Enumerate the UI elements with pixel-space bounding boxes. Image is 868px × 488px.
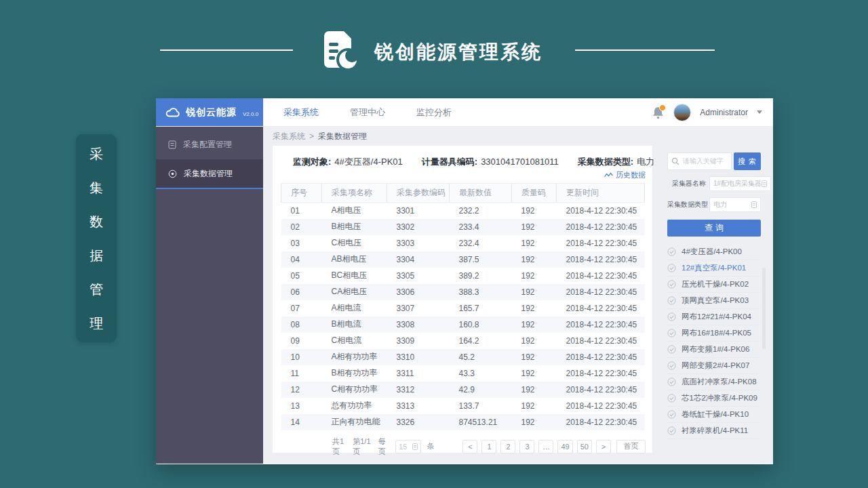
table-cell: 2018-4-12 22:30:45 [557,251,645,268]
document-pen-icon [319,30,359,72]
table-row: 13总有功功率3313133.71922018-4-12 22:30:45 [281,398,645,414]
next-page-button[interactable]: > [596,440,611,453]
table-cell: 12 [281,382,322,398]
breadcrumb: 采集系统 > 采集数据管理 [263,127,773,146]
select-list-icon [762,180,767,187]
table-cell: 192 [512,365,557,382]
chevron-down-icon[interactable] [757,110,762,114]
table-cell: 04 [281,251,322,268]
info-bar-fields: 监测对象:4#变压器/4-PK01计量器具编码:3301041701081011… [273,146,652,169]
filter-select-1[interactable]: 电力 [709,197,761,212]
device-name: 压光机干燥/4-PK02 [682,279,749,289]
device-item-0[interactable]: 4#变压器/4-PK00 [667,244,761,260]
device-name: 芯1芯2冲浆泵/4-PK09 [682,393,757,403]
device-name: 网布变频1#/4-PK06 [682,344,749,354]
table-cell: 02 [281,219,322,235]
current-page-text: 第1/1页 [353,436,372,457]
device-item-8[interactable]: 底面衬冲浆泵/4-PK08 [667,374,761,390]
sidebar-item-1[interactable]: 采集数据管理 [156,159,263,189]
table-cell: 192 [512,382,557,398]
table-cell: 233.4 [450,219,512,235]
page-button-3[interactable]: … [538,440,553,453]
table-cell: 45.2 [450,349,512,365]
avatar[interactable] [673,104,691,121]
search-button[interactable]: 搜 索 [734,152,761,170]
side-tab-char: 理 [90,306,103,340]
device-name: 4#变压器/4-PK00 [682,247,742,257]
device-item-6[interactable]: 网布变频1#/4-PK06 [667,342,761,358]
banner-divider-left [160,49,293,51]
page-button-0[interactable]: 1 [481,440,496,453]
data-icon [168,169,177,178]
table-row: 07A相电流3307165.71922018-4-12 22:30:45 [281,300,645,317]
config-icon [168,140,176,149]
banner-divider-right [575,49,715,51]
column-header: 更新时间 [557,184,645,203]
device-item-1[interactable]: 12#真空泵/4-PK01 [667,260,761,277]
breadcrumb-section[interactable]: 采集系统 [273,131,305,142]
table-cell: 192 [512,203,557,219]
history-data-link[interactable]: 历史数据 [273,169,652,180]
device-item-4[interactable]: 网布12#21#/4-PK04 [667,309,761,325]
sidebar-item-0[interactable]: 采集配置管理 [156,129,263,159]
table-cell: 164.2 [450,333,512,349]
device-item-3[interactable]: 顶网真空泵/4-PK03 [667,293,761,309]
filter-label: 采集器名称 [667,179,709,188]
table-cell: 05 [281,268,322,284]
topbar-nav: 采集系统管理中心监控分析 [263,98,452,126]
select-value: 电力 [713,200,727,209]
device-item-2[interactable]: 压光机干燥/4-PK02 [667,277,761,293]
search-icon [671,157,679,165]
table-cell: 正向有功电能 [322,414,387,430]
table-cell: 232.2 [450,203,512,219]
select-value: 1#配电房采集器 [713,179,762,188]
page-button-2[interactable]: 3 [519,440,534,453]
logo-version: V2.0.0 [243,111,258,117]
nav-item-1[interactable]: 管理中心 [350,106,385,119]
page-button-1[interactable]: 2 [500,440,515,453]
column-header: 质量码 [512,184,557,203]
page-button-5[interactable]: 50 [577,440,592,453]
device-item-5[interactable]: 网布16#18#/4-PK05 [667,325,761,342]
window-scrollbar-thumb[interactable] [762,268,766,349]
table-cell: A相有功功率 [322,349,387,365]
table-cell: 192 [512,235,557,251]
query-button[interactable]: 查询 [667,220,761,237]
info-field-1: 计量器具编码:3301041701081011 [422,156,559,168]
topbar-right: Administrator [652,98,773,126]
total-pages-text: 共1页 [332,436,347,457]
check-circle-icon [667,394,676,403]
info-value: 4#变压器/4-PK01 [334,156,402,168]
table-cell: CA相电压 [322,284,387,300]
table-cell: 160.8 [450,317,512,333]
table-cell: 133.7 [450,398,512,414]
nav-item-0[interactable]: 采集系统 [283,106,319,119]
main-area: 采集系统 > 采集数据管理 监测对象:4#变压器/4-PK01计量器具编码:33… [263,127,773,464]
first-page-button[interactable]: 首页 [616,440,646,453]
table-cell: 2018-4-12 22:30:45 [557,203,645,219]
per-page-input[interactable]: 15 [395,440,421,453]
data-table: 序号采集项名称采集参数编码最新数值质量码更新时间 01A相电压3301232.2… [281,183,644,430]
device-item-10[interactable]: 卷纸缸干燥/4-PK10 [667,407,761,423]
search-input[interactable]: 请输入关键字 [667,152,732,170]
device-item-7[interactable]: 网部变频2#/4-PK07 [667,358,761,374]
table-cell: 874513.21 [450,414,512,430]
bell-icon[interactable] [652,106,665,119]
device-name: 12#真空泵/4-PK01 [682,263,746,273]
table-cell: 192 [512,333,557,349]
per-page-stepper-icon[interactable] [412,443,418,450]
page-button-4[interactable]: 49 [557,440,572,453]
device-name: 衬浆碎浆机/4-PK11 [682,426,748,436]
table-cell: 2018-4-12 22:30:45 [557,398,645,414]
table-cell: 192 [512,219,557,235]
sidebar-item-label: 采集配置管理 [183,139,232,150]
table-row: 12C相有功功率331242.91922018-4-12 22:30:45 [281,382,645,398]
prev-page-button[interactable]: < [462,440,477,453]
nav-item-2[interactable]: 监控分析 [416,106,452,119]
table-row: 05BC相电压3305389.21922018-4-12 22:30:45 [281,268,645,284]
table-body: 01A相电压3301232.21922018-4-12 22:30:4502B相… [281,203,645,430]
device-item-11[interactable]: 衬浆碎浆机/4-PK11 [667,423,761,439]
table-cell: 13 [281,398,322,414]
filter-select-0[interactable]: 1#配电房采集器 [709,176,771,191]
device-item-9[interactable]: 芯1芯2冲浆泵/4-PK09 [667,390,761,407]
